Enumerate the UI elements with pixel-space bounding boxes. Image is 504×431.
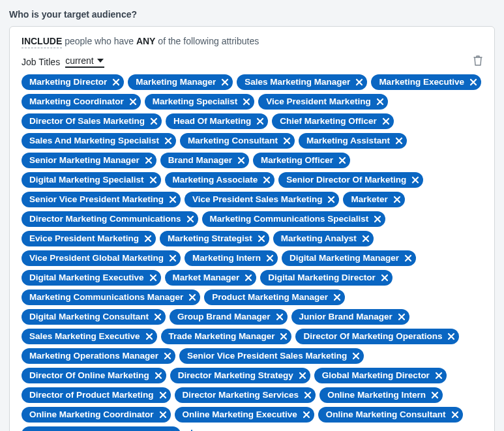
job-title-pill[interactable]: Junior Brand Manager [291,309,409,325]
job-title-pill[interactable]: Marketing Specialist [145,94,255,110]
remove-pill-button[interactable] [144,235,152,243]
job-title-pill[interactable]: Digital Marketing Executive [22,270,161,286]
remove-pill-button[interactable] [283,137,291,145]
job-title-pill[interactable]: Director Marketing Communications [22,211,198,227]
remove-pill-button[interactable] [221,78,229,86]
remove-pill-button[interactable] [451,411,459,419]
remove-pill-button[interactable] [411,176,419,184]
remove-pill-button[interactable] [149,176,157,184]
remove-pill-button[interactable] [237,156,245,164]
job-title-pill[interactable]: Director of Product Marketing [22,387,171,403]
job-title-pill[interactable]: Marketing Executive [371,74,481,90]
remove-pill-button[interactable] [395,137,403,145]
remove-pill-button[interactable] [159,411,167,419]
job-title-pill[interactable]: Digital Marketing Manager [282,250,416,266]
job-title-pill[interactable]: Senior Vice President Sales Marketing [179,348,364,364]
remove-pill-button[interactable] [327,196,335,203]
job-title-pill[interactable]: Global Marketing Director [314,368,447,383]
remove-pill-button[interactable] [159,391,167,399]
job-title-pill[interactable]: Brand Manager [160,153,249,168]
remove-pill-button[interactable] [243,98,250,106]
job-title-pill[interactable]: Marketing Operations Specialist [22,426,181,431]
remove-pill-button[interactable] [447,333,455,340]
job-title-pill[interactable]: Marketing Communications Manager [22,290,200,305]
remove-pill-button[interactable] [263,176,271,184]
remove-pill-button[interactable] [338,156,346,164]
job-title-pill[interactable]: Marketing Director [22,74,124,90]
remove-pill-button[interactable] [362,235,370,243]
remove-pill-button[interactable] [374,215,381,223]
remove-pill-button[interactable] [155,372,162,379]
job-title-pill[interactable]: Sales And Marketing Specialist [22,133,176,149]
job-title-pill[interactable]: Online Marketing Coordinator [22,407,171,423]
job-title-pill[interactable]: Director Marketing Strategy [170,368,310,383]
remove-pill-button[interactable] [431,391,439,399]
job-title-pill[interactable]: Group Brand Manager [170,309,288,325]
remove-pill-button[interactable] [276,313,284,321]
job-title-pill[interactable]: Director Of Marketing Operations [295,329,459,344]
job-title-pill[interactable]: Vice President Global Marketing [22,250,181,266]
job-title-pill[interactable]: Director Of Sales Marketing [22,113,162,129]
remove-pill-button[interactable] [256,117,264,125]
job-title-pill[interactable]: Sales Marketing Manager [237,74,367,90]
remove-pill-button[interactable] [303,411,310,419]
remove-pill-button[interactable] [266,254,274,262]
job-title-pill[interactable]: Chief Marketing Officer [272,113,394,129]
remove-pill-button[interactable] [299,372,306,379]
remove-pill-button[interactable] [333,293,341,301]
add-job-title-button[interactable] [185,427,199,431]
remove-pill-button[interactable] [376,98,384,106]
job-title-pill[interactable]: Vice President Marketing [258,94,387,110]
remove-pill-button[interactable] [352,352,360,360]
remove-pill-button[interactable] [382,117,390,125]
remove-pill-button[interactable] [258,235,265,243]
remove-pill-button[interactable] [381,274,389,282]
job-title-pill[interactable]: Marketing Coordinator [22,94,141,110]
remove-pill-button[interactable] [355,78,363,86]
remove-pill-button[interactable] [435,372,443,379]
job-title-pill[interactable]: Director Of Online Marketing [22,368,166,383]
job-title-pill[interactable]: Marketer [343,192,404,207]
job-title-pill[interactable]: Head Of Marketing [166,113,268,129]
job-title-pill[interactable]: Marketing Assistant [299,133,407,149]
job-title-pill[interactable]: Director Marketing Services [175,387,316,403]
remove-pill-button[interactable] [129,98,137,106]
job-title-pill[interactable]: Online Marketing Intern [319,387,443,403]
job-title-pill[interactable]: Digital Marketing Specialist [22,172,161,188]
job-title-pill[interactable]: Marketing Associate [165,172,275,188]
job-title-pill[interactable]: Senior Marketing Manager [22,153,156,168]
job-title-pill[interactable]: Senior Vice President Marketing [22,192,181,207]
job-title-pill[interactable]: Marketing Officer [253,153,350,168]
remove-pill-button[interactable] [304,391,312,399]
remove-pill-button[interactable] [169,196,177,203]
job-title-pill[interactable]: Marketing Strategist [160,231,269,246]
job-title-pill[interactable]: Senior Director Of Marketing [278,172,423,188]
job-title-pill[interactable]: Vice President Sales Marketing [185,192,339,207]
remove-pill-button[interactable] [169,254,177,262]
job-title-pill[interactable]: Market Manager [165,270,257,286]
scope-dropdown[interactable]: current [65,55,104,68]
remove-pill-button[interactable] [188,293,196,301]
remove-pill-button[interactable] [149,274,157,282]
remove-pill-button[interactable] [280,333,288,340]
remove-pill-button[interactable] [164,137,172,145]
remove-pill-button[interactable] [112,78,120,86]
remove-pill-button[interactable] [404,254,412,262]
job-title-pill[interactable]: Sales Marketing Executive [22,329,157,344]
remove-pill-button[interactable] [245,274,252,282]
job-title-pill[interactable]: Digital Marketing Consultant [22,309,166,325]
job-title-pill[interactable]: Marketing Intern [185,250,278,266]
delete-attribute-button[interactable] [473,55,482,68]
remove-pill-button[interactable] [469,78,477,86]
job-title-pill[interactable]: Product Marketing Manager [204,290,345,305]
remove-pill-button[interactable] [154,313,162,321]
remove-pill-button[interactable] [186,215,194,223]
job-title-pill[interactable]: Marketing Communications Specialist [202,211,386,227]
job-title-pill[interactable]: Marketing Analyst [273,231,374,246]
job-title-pill[interactable]: Trade Marketing Manager [161,329,292,344]
remove-pill-button[interactable] [145,156,153,164]
job-title-pill[interactable]: Evice President Marketing [22,231,156,246]
job-title-pill[interactable]: Marketing Operations Manager [22,348,175,364]
remove-pill-button[interactable] [150,117,158,125]
job-title-pill[interactable]: Online Marketing Executive [175,407,314,423]
